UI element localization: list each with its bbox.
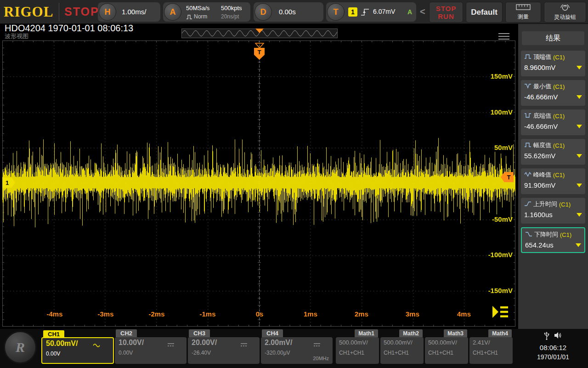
d-knob[interactable]: D bbox=[254, 3, 272, 21]
channel-card-ch3[interactable]: CH3 20.00V/ -26.40V bbox=[188, 337, 260, 364]
result-card-vamp[interactable]: 幅度值(C1) 55.626mV bbox=[521, 139, 585, 165]
channel-card-ch2[interactable]: CH2 10.00V/ 0.00V bbox=[115, 337, 187, 364]
memory-depth: 500kpts bbox=[221, 5, 242, 12]
a-knob[interactable]: A bbox=[164, 3, 181, 21]
result-card-fall-time[interactable]: 下降时间(C1) 654.24us bbox=[521, 227, 585, 253]
delay-control[interactable]: D 0.00s bbox=[254, 2, 323, 22]
ch2-offset: 0.00V bbox=[119, 350, 183, 356]
result-card-vtop[interactable]: 顶端值(C1) 8.9600mV bbox=[521, 51, 585, 76]
ruler-icon bbox=[516, 4, 531, 12]
trigger-source-badge[interactable]: 1 bbox=[348, 7, 357, 17]
waveform-display[interactable] bbox=[2, 40, 515, 327]
result-card-rise-time[interactable]: 上升时间(C1) 1.1600us bbox=[521, 198, 585, 224]
h-scale-value: 1.00ms/ bbox=[122, 8, 146, 16]
channel-card-ch1[interactable]: CH1 50.00mV/ 0.00V bbox=[41, 337, 114, 364]
quick-knob-button[interactable]: 灵动旋钮 bbox=[544, 2, 586, 23]
sample-interval: 20ns/pt bbox=[221, 13, 239, 20]
delay-value: 0.00s bbox=[279, 8, 296, 16]
norm-pulse-icon bbox=[186, 13, 192, 22]
acq-mode: Norm bbox=[194, 13, 207, 20]
default-button[interactable]: Default bbox=[466, 2, 503, 23]
ac-coupling-icon bbox=[93, 342, 101, 350]
measurement-icon bbox=[525, 230, 532, 239]
ch3-tab[interactable]: CH3 bbox=[189, 329, 210, 337]
measurement-icon bbox=[524, 171, 531, 179]
run-label: RUN bbox=[438, 12, 454, 20]
stop-label: STOP bbox=[436, 5, 457, 12]
math1-tab[interactable]: Math1 bbox=[355, 329, 378, 337]
math4-card[interactable]: Math4 2.41V/ CH1+CH1 bbox=[469, 337, 513, 364]
sample-rate: 50MSa/s bbox=[186, 5, 209, 12]
clock-panel: 08:06:12 1970/01/01 bbox=[518, 329, 588, 368]
dropdown-arrow-icon[interactable] bbox=[577, 213, 582, 217]
measure-label: 测量 bbox=[518, 13, 529, 21]
ch4-tab[interactable]: CH4 bbox=[262, 329, 283, 337]
volt-label: 50mV bbox=[481, 144, 513, 151]
ch1-offset: 0.00V bbox=[46, 351, 109, 357]
time-label: 2ms bbox=[349, 310, 374, 318]
rigol-knob-logo[interactable]: R bbox=[4, 331, 37, 364]
time-label: 3ms bbox=[400, 310, 425, 318]
ch4-offset: -320.00μV bbox=[265, 350, 329, 356]
dropdown-arrow-icon[interactable] bbox=[577, 125, 582, 128]
overview-trigger-marker[interactable] bbox=[255, 29, 264, 33]
top-bar: RIGOL STOP H 1.00ms/ A 50MSa/s Norm 500k… bbox=[0, 0, 588, 24]
acquisition-status: STOP bbox=[64, 5, 99, 18]
math2-tab[interactable]: Math2 bbox=[399, 329, 423, 337]
dropdown-arrow-icon[interactable] bbox=[577, 95, 582, 99]
acquisition-control[interactable]: A 50MSa/s Norm 500kpts 20ns/pt bbox=[163, 2, 250, 22]
math4-tab[interactable]: Math4 bbox=[488, 329, 512, 337]
dropdown-arrow-icon[interactable] bbox=[577, 66, 582, 69]
system-date: 1970/01/01 bbox=[537, 353, 569, 361]
math3-card[interactable]: Math3 500.00mV/ CH1+CH1 bbox=[425, 337, 468, 364]
volt-label: 150mV bbox=[481, 72, 513, 80]
waveform-view-label: 波形视图 bbox=[5, 32, 28, 40]
ch3-offset: -26.40V bbox=[192, 350, 256, 356]
system-time: 08:06:12 bbox=[540, 344, 566, 351]
result-card-vmin[interactable]: 最小值(C1) -46.666mV bbox=[521, 80, 585, 106]
time-label: -3ms bbox=[93, 310, 119, 318]
ch2-tab[interactable]: CH2 bbox=[116, 329, 137, 337]
measurement-icon bbox=[524, 53, 531, 61]
speaker-icon bbox=[554, 332, 562, 342]
stop-run-button[interactable]: STOP RUN bbox=[429, 2, 463, 23]
measure-button[interactable]: 测量 bbox=[505, 2, 541, 23]
trigger-level-value: 6.07mV bbox=[373, 8, 395, 15]
volt-label: -150mV bbox=[481, 287, 513, 294]
trigger-sweep-indicator: A bbox=[407, 8, 412, 16]
measurement-icon bbox=[524, 141, 531, 150]
h-knob[interactable]: H bbox=[99, 3, 116, 21]
default-label: Default bbox=[471, 8, 498, 17]
menu-expand-icon[interactable] bbox=[492, 305, 509, 321]
channel-card-ch4[interactable]: CH4 2.00mV/ -320.00μV 20MHz bbox=[261, 337, 333, 364]
volt-label: -100mV bbox=[481, 251, 513, 259]
math3-tab[interactable]: Math3 bbox=[444, 329, 467, 337]
result-card-vbase[interactable]: 底端值(C1) -46.666mV bbox=[521, 109, 585, 135]
trigger-control[interactable]: T 1 6.07mV A bbox=[326, 2, 416, 22]
dropdown-arrow-icon[interactable] bbox=[577, 154, 582, 158]
time-label: -1ms bbox=[195, 310, 220, 318]
rigol-logo: RIGOL bbox=[4, 4, 53, 20]
dropdown-arrow-icon[interactable] bbox=[576, 243, 581, 247]
math2-card[interactable]: Math2 500.00mV/ CH1+CH1 bbox=[380, 337, 424, 364]
time-label: 0s bbox=[247, 310, 272, 318]
collapse-chevron[interactable]: < bbox=[420, 6, 425, 17]
volt-label: 100mV bbox=[481, 108, 513, 116]
time-label: 1ms bbox=[298, 310, 323, 318]
dc-coupling-icon bbox=[240, 341, 248, 349]
t-knob[interactable]: T bbox=[327, 3, 345, 21]
usb-icon bbox=[544, 332, 549, 342]
menu-hamburger-icon[interactable] bbox=[498, 31, 509, 41]
horizontal-scale-control[interactable]: H 1.00ms/ bbox=[98, 2, 160, 22]
results-title: 结果 bbox=[522, 31, 584, 45]
dropdown-arrow-icon[interactable] bbox=[577, 184, 582, 187]
volt-label: -50mV bbox=[481, 215, 513, 223]
math1-card[interactable]: Math1 500.00mV/ CH1+CH1 bbox=[336, 337, 379, 364]
result-card-vpp[interactable]: 峰峰值(C1) 91.906mV bbox=[521, 168, 585, 194]
ch1-tab[interactable]: CH1 bbox=[43, 330, 64, 338]
results-panel: 结果 顶端值(C1) 8.9600mV 最小值(C1) -46.666mV 底端… bbox=[518, 24, 588, 329]
time-label: -2ms bbox=[144, 310, 170, 318]
ch4-bandwidth-limit: 20MHz bbox=[313, 356, 329, 361]
rising-edge-icon bbox=[361, 7, 370, 19]
measurement-icon bbox=[524, 200, 531, 208]
